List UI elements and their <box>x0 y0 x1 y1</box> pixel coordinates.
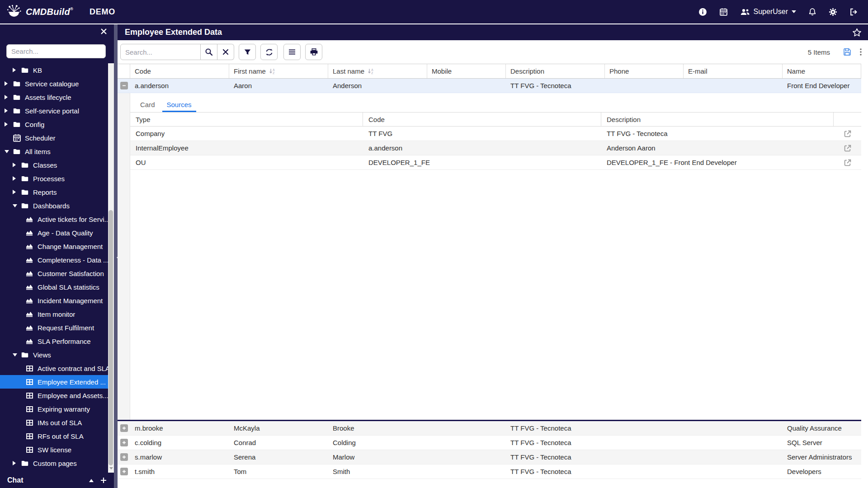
sidebar-item-all-items[interactable]: All items <box>0 145 114 158</box>
sidebar-item-label: Processes <box>33 175 65 183</box>
save-view-icon[interactable] <box>843 48 851 56</box>
chat-add-icon[interactable] <box>100 477 107 483</box>
sidebar-close-icon[interactable] <box>101 28 107 34</box>
caret-down-icon[interactable] <box>5 148 12 155</box>
sidebar-item-incident-management[interactable]: Incident Management <box>0 294 114 307</box>
table-row-t-smith[interactable]: t.smithTomSmithTT FVG - TecnotecaDevelop… <box>118 465 861 479</box>
calendar-icon[interactable] <box>719 8 728 16</box>
expand-row-button[interactable] <box>120 453 128 461</box>
column-header-first-name[interactable]: First nameAZ <box>229 64 328 78</box>
sidebar-item-employee-extended[interactable]: Employee Extended ... <box>0 375 114 389</box>
menu-button[interactable] <box>283 44 301 60</box>
top-navbar: CMDBuild® DEMO SuperUser <box>0 0 868 23</box>
sidebar-item-rfs-out-of-sla[interactable]: RFs out of SLA <box>0 429 114 443</box>
sidebar-item-self-service-portal[interactable]: Self-service portal <box>0 104 114 117</box>
detail-cell-type: OU <box>130 159 363 166</box>
sidebar-item-employee-and-assets[interactable]: Employee and Assets... <box>0 389 114 402</box>
external-link-icon[interactable] <box>844 130 852 138</box>
refresh-button[interactable] <box>260 44 278 60</box>
sidebar-item-kb[interactable]: KB <box>0 63 114 77</box>
tab-card[interactable]: Card <box>136 99 160 112</box>
sidebar-item-processes[interactable]: Processes <box>0 172 114 185</box>
sidebar-item-views[interactable]: Views <box>0 348 114 361</box>
tab-sources[interactable]: Sources <box>162 99 196 112</box>
print-button[interactable] <box>305 44 322 60</box>
sidebar-item-ims-out-of-sla[interactable]: IMs out of SLA <box>0 416 114 429</box>
caret-right-icon[interactable] <box>5 108 12 113</box>
user-menu[interactable]: SuperUser <box>740 8 796 16</box>
expand-row-button[interactable] <box>120 439 128 446</box>
sidebar-item-sw-license[interactable]: SW license <box>0 443 114 456</box>
sidebar-item-sla-performance[interactable]: SLA Performance <box>0 334 114 348</box>
caret-down-icon[interactable] <box>13 202 20 210</box>
sidebar-item-classes[interactable]: Classes <box>0 158 114 172</box>
cell-name: SQL Server <box>783 439 861 446</box>
sidebar-item-custom-pages[interactable]: Custom pages <box>0 456 114 470</box>
column-header-last-name[interactable]: Last nameAZ <box>328 64 427 78</box>
gear-icon[interactable] <box>829 8 837 16</box>
chart-icon <box>24 297 34 304</box>
caret-right-icon[interactable] <box>13 461 20 465</box>
sidebar-item-reports[interactable]: Reports <box>0 185 114 199</box>
caret-right-icon[interactable] <box>13 68 20 72</box>
sidebar-item-label: Item monitor <box>38 310 75 318</box>
sidebar-item-label: Config <box>25 121 44 128</box>
external-link-icon[interactable] <box>844 159 852 167</box>
grid-rows: m.brookeMcKaylaBrookeTT FVG - TecnotecaQ… <box>118 421 861 479</box>
column-header-mobile: Mobile <box>427 64 506 78</box>
info-icon[interactable] <box>698 8 707 16</box>
sidebar-splitter[interactable] <box>114 24 118 488</box>
sidebar-item-config[interactable]: Config <box>0 117 114 131</box>
sidebar-item-assets-lifecycle[interactable]: Assets lifecycle <box>0 90 114 104</box>
table-row-m-brooke[interactable]: m.brookeMcKaylaBrookeTT FVG - TecnotecaQ… <box>118 421 861 436</box>
sidebar-item-active-tickets-for-servi[interactable]: Active tickets for Servi... <box>0 212 114 226</box>
filter-button[interactable] <box>239 44 256 60</box>
sidebar-item-expiring-warranty[interactable]: Expiring warranty <box>0 402 114 416</box>
sidebar-item-request-fulfilment[interactable]: Request Fulfilment <box>0 321 114 334</box>
external-link-icon[interactable] <box>844 144 852 152</box>
cell-name: Front End Developer <box>783 82 861 89</box>
caret-right-icon[interactable] <box>5 122 12 127</box>
caret-down-icon[interactable] <box>13 351 20 359</box>
detail-cell-description: Anderson Aaron <box>601 144 834 152</box>
sidebar-item-label: Completeness - Data ... <box>38 256 109 264</box>
sidebar-item-customer-satisfaction[interactable]: Customer Satisfaction <box>0 267 114 280</box>
sidebar-scrollbar[interactable] <box>108 63 114 473</box>
caret-right-icon[interactable] <box>13 176 20 181</box>
sidebar-item-age-data-quality[interactable]: Age - Data Quality <box>0 226 114 239</box>
table-row-c-colding[interactable]: c.coldingConradColdingTT FVG - Tecnoteca… <box>118 436 861 450</box>
cell-last-name: Smith <box>328 468 427 475</box>
sidebar-item-scheduler[interactable]: Scheduler <box>0 131 114 145</box>
sidebar-item-global-sla-statistics[interactable]: Global SLA statistics <box>0 280 114 294</box>
grid-toolbar: 5 Items <box>118 40 868 64</box>
sidebar-item-change-management[interactable]: Change Management <box>0 239 114 253</box>
navbar-actions: SuperUser <box>698 8 858 16</box>
caret-right-icon[interactable] <box>5 95 12 99</box>
clear-search-button[interactable] <box>217 44 234 60</box>
scrollbar-down-arrow-icon[interactable] <box>109 467 113 471</box>
caret-right-icon[interactable] <box>5 81 12 86</box>
caret-right-icon[interactable] <box>13 190 20 194</box>
search-button[interactable] <box>201 44 217 60</box>
expand-row-button[interactable] <box>120 424 128 432</box>
sidebar-item-completeness-data[interactable]: Completeness - Data ... <box>0 253 114 267</box>
favorite-star-icon[interactable] <box>852 28 862 37</box>
sidebar-item-active-contract-and-sla[interactable]: Active contract and SLA <box>0 361 114 375</box>
table-row-a-anderson[interactable]: a.andersonAaronAndersonTT FVG - Tecnotec… <box>118 79 861 93</box>
expand-row-button[interactable] <box>120 468 128 475</box>
collapse-row-button[interactable] <box>120 82 128 89</box>
scrollbar-thumb[interactable] <box>108 210 113 465</box>
sign-out-icon[interactable] <box>849 8 858 16</box>
sidebar-item-item-monitor[interactable]: Item monitor <box>0 307 114 321</box>
svg-text:Z: Z <box>273 71 274 74</box>
sidebar-search-input[interactable] <box>6 44 106 58</box>
notifications-bell-icon[interactable] <box>808 8 816 16</box>
chat-collapse-icon[interactable] <box>89 477 94 482</box>
sidebar-item-service-catalogue[interactable]: Service catalogue <box>0 77 114 90</box>
kebab-menu-icon[interactable] <box>859 48 863 56</box>
sidebar-item-dashboards[interactable]: Dashboards <box>0 199 114 212</box>
folder-icon <box>12 108 22 114</box>
caret-right-icon[interactable] <box>13 163 20 167</box>
table-row-s-marlow[interactable]: s.marlowSerenaMarlowTT FVG - TecnotecaSe… <box>118 450 861 465</box>
grid-search-input[interactable] <box>120 44 201 60</box>
